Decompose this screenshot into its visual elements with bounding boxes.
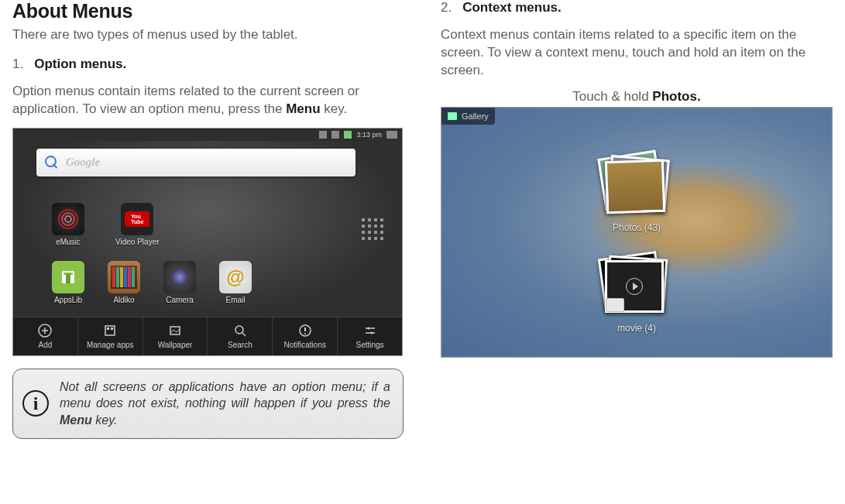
info-note: i Not all screens or applications have a… xyxy=(12,369,404,439)
svg-point-18 xyxy=(304,333,306,334)
search-placeholder: Google xyxy=(66,156,100,169)
context-menus-paragraph: Context menus contain items related to a… xyxy=(441,26,833,80)
menu-manage-apps[interactable]: Manage apps xyxy=(78,317,143,355)
option-menus-paragraph: Option menus contain items related to th… xyxy=(12,83,404,118)
home-screen: Google eMusic YouTube Video Player xyxy=(13,141,402,317)
menu-search[interactable]: Search xyxy=(208,317,273,355)
app-camera[interactable]: Camera xyxy=(163,261,196,304)
app-drawer-icon[interactable] xyxy=(362,218,383,240)
svg-line-15 xyxy=(242,333,246,336)
screenshot-caption: Touch & hold Photos. xyxy=(441,89,833,105)
app-label: Video Player xyxy=(115,238,160,246)
album-movie[interactable]: movie (4) xyxy=(601,255,672,334)
manage-apps-icon xyxy=(102,323,118,338)
svg-point-1 xyxy=(65,216,71,222)
app-label: Camera xyxy=(166,296,194,304)
menu-add[interactable]: Add xyxy=(13,317,78,355)
svg-rect-12 xyxy=(111,327,113,330)
app-emusic[interactable]: eMusic xyxy=(52,203,84,246)
menu-settings[interactable]: Settings xyxy=(338,317,402,355)
speaker-icon xyxy=(386,131,397,139)
album-stack-icon xyxy=(601,255,672,315)
status-time: 3:13 pm xyxy=(356,131,382,139)
list-label-context-menus: Context menus. xyxy=(462,0,562,15)
svg-rect-11 xyxy=(107,327,109,330)
svg-point-20 xyxy=(367,327,369,330)
menu-wallpaper[interactable]: Wallpaper xyxy=(143,317,208,355)
app-label: Aldiko xyxy=(113,296,134,304)
album-photos[interactable]: Photos (43) xyxy=(601,154,672,233)
search-icon xyxy=(44,155,60,170)
option-menu-bar: Add Manage apps Wallpaper Search Notific… xyxy=(13,317,402,355)
folder-icon xyxy=(606,298,624,312)
svg-point-14 xyxy=(235,326,243,334)
video-player-icon: YouTube xyxy=(121,203,153,235)
info-text: Not all screens or applications have an … xyxy=(60,379,390,429)
page-heading: About Menus xyxy=(12,0,404,22)
album-stack-icon xyxy=(601,154,672,214)
status-bar: 3:13 pm xyxy=(13,129,402,141)
app-aldiko[interactable]: Aldiko xyxy=(108,261,140,304)
camera-icon xyxy=(163,261,196,293)
emusic-icon xyxy=(52,203,84,235)
app-label: Email xyxy=(225,296,245,304)
list-number-2: 2. xyxy=(441,0,452,15)
screenshot-gallery: Gallery Photos (43) movie (4) xyxy=(441,107,833,358)
svg-rect-10 xyxy=(105,326,115,335)
app-email[interactable]: @ Email xyxy=(219,261,252,304)
app-video-player[interactable]: YouTube Video Player xyxy=(115,203,160,246)
menu-notifications[interactable]: Notifications xyxy=(273,317,338,355)
intro-text: There are two types of menus used by the… xyxy=(12,27,404,43)
wallpaper-icon xyxy=(167,323,183,338)
search-icon xyxy=(232,323,248,338)
menu-label: Settings xyxy=(356,341,383,349)
wifi-icon xyxy=(319,131,327,139)
gallery-icon xyxy=(448,112,457,120)
menu-label: Manage apps xyxy=(87,341,134,349)
email-icon: @ xyxy=(219,261,252,293)
list-number-1: 1. xyxy=(12,57,23,72)
svg-point-0 xyxy=(62,213,74,225)
gallery-title: Gallery xyxy=(462,111,489,121)
svg-point-22 xyxy=(370,332,373,334)
plus-icon xyxy=(37,323,53,338)
gallery-header: Gallery xyxy=(441,108,495,125)
menu-label: Wallpaper xyxy=(158,341,193,349)
app-appslib[interactable]: AppsLib xyxy=(52,261,84,304)
screenshot-option-menu: 3:13 pm Google eMusic YouTube Video Play… xyxy=(12,128,403,356)
album-label: Photos (43) xyxy=(613,222,661,233)
appslib-icon xyxy=(52,261,84,293)
battery-icon xyxy=(344,131,352,139)
app-label: AppsLib xyxy=(54,296,82,304)
menu-label: Notifications xyxy=(283,341,325,349)
menu-label: Add xyxy=(39,341,53,349)
menu-label: Search xyxy=(228,341,252,349)
app-label: eMusic xyxy=(56,238,81,246)
album-label: movie (4) xyxy=(617,323,656,334)
list-label-option-menus: Option menus. xyxy=(34,57,126,72)
settings-icon xyxy=(362,323,378,338)
svg-rect-6 xyxy=(66,277,70,283)
notifications-icon xyxy=(297,323,313,338)
info-icon: i xyxy=(22,390,49,417)
search-bar[interactable]: Google xyxy=(36,149,356,177)
aldiko-icon xyxy=(108,261,140,293)
signal-icon xyxy=(331,131,339,139)
play-icon xyxy=(626,278,643,295)
